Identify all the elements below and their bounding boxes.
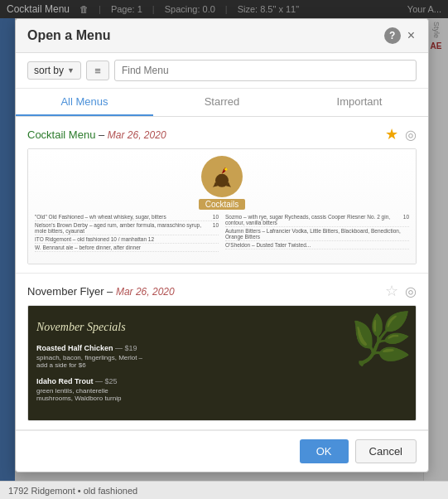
- menu-lines: "Old" Old Fashioned – wh wheat whiskey, …: [35, 213, 409, 252]
- menu-list: Cocktail Menu – Mar 26, 2020 ★ ◎: [16, 117, 428, 430]
- search-input[interactable]: [114, 60, 417, 81]
- list-item: November Flyer – Mar 26, 2020 ☆ ◎ Novemb…: [16, 274, 428, 430]
- menu-line: Autumn Bitters – Lafrancier Vodka, Littl…: [225, 227, 409, 241]
- menu-line: W. Bennarut ale – before dinner, after d…: [35, 244, 219, 252]
- menu-item-actions: ☆ ◎: [385, 282, 417, 300]
- november-item-desc: green lentils, chanterellemushrooms, Wal…: [36, 387, 407, 402]
- tabs-row: All Menus Starred Important: [16, 89, 428, 117]
- chevron-down-icon: ▼: [67, 66, 75, 75]
- menu-item-header: Cocktail Menu – Mar 26, 2020 ★ ◎: [27, 125, 417, 143]
- tab-important[interactable]: Important: [291, 89, 428, 116]
- november-preview-card: November Specials Roasted Half Chicken —…: [27, 305, 417, 421]
- menu-line: O'Sheldon – Dusted Tater Twisted...: [225, 241, 409, 250]
- menu-line: "Old" Old Fashioned – wh wheat whiskey, …: [35, 213, 219, 221]
- list-item: Cocktail Menu – Mar 26, 2020 ★ ◎: [16, 117, 428, 274]
- menu-line: Nelson's Brown Derby – aged rum, amber f…: [35, 221, 219, 235]
- status-text: 1792 Ridgemont • old fashioned: [8, 486, 137, 496]
- sort-label: sort by: [34, 65, 64, 76]
- menu-date: Mar 26, 2020: [116, 286, 175, 298]
- november-preview: November Specials Roasted Half Chicken —…: [28, 306, 416, 420]
- menu-date: Mar 26, 2020: [108, 129, 166, 141]
- menu-col-left: "Old" Old Fashioned – wh wheat whiskey, …: [35, 213, 219, 252]
- dialog-title: Open a Menu: [27, 28, 110, 43]
- open-menu-dialog: Open a Menu ? × sort by ▼ ≡ All Menus St…: [15, 18, 429, 472]
- menu-line: Sozmo – with rye, sugar Rycheads, cassis…: [225, 213, 409, 227]
- menu-item-actions: ★ ◎: [385, 125, 417, 143]
- sort-button[interactable]: sort by ▼: [27, 61, 81, 80]
- cocktail-preview-card: Cocktails "Old" Old Fashioned – wh wheat…: [27, 148, 417, 264]
- menu-item-title: November Flyer – Mar 26, 2020: [27, 285, 175, 298]
- target-icon[interactable]: ◎: [405, 127, 417, 143]
- star-icon[interactable]: ★: [385, 125, 398, 143]
- cocktail-badge: Cocktails: [199, 199, 246, 210]
- help-button[interactable]: ?: [384, 27, 401, 44]
- target-icon[interactable]: ◎: [405, 283, 417, 299]
- dialog-header: Open a Menu ? ×: [16, 19, 428, 53]
- status-bar: 1792 Ridgemont • old fashioned: [0, 481, 448, 499]
- cocktail-logo: [201, 156, 243, 197]
- star-empty-icon[interactable]: ☆: [385, 282, 398, 300]
- menu-line: ITO Ridgemont – old fashioned 10 / manha…: [35, 235, 219, 244]
- menu-item-header: November Flyer – Mar 26, 2020 ☆ ◎: [27, 282, 417, 300]
- ok-button[interactable]: OK: [300, 439, 349, 463]
- cancel-button[interactable]: Cancel: [355, 439, 417, 463]
- cocktail-preview: Cocktails "Old" Old Fashioned – wh wheat…: [35, 156, 409, 252]
- dialog-header-actions: ? ×: [384, 27, 417, 44]
- toolbar-row: sort by ▼ ≡: [16, 53, 428, 89]
- close-button[interactable]: ×: [406, 29, 417, 42]
- menu-separator: –: [99, 128, 108, 141]
- cocktail-preview-inner: Cocktails "Old" Old Fashioned – wh wheat…: [28, 149, 416, 264]
- menu-separator: –: [107, 285, 116, 298]
- tab-starred[interactable]: Starred: [153, 89, 291, 116]
- november-item-name: Idaho Red Trout — $25: [36, 372, 407, 387]
- menu-item-title: Cocktail Menu – Mar 26, 2020: [27, 128, 166, 141]
- list-view-button[interactable]: ≡: [86, 61, 109, 80]
- november-item: Idaho Red Trout — $25 green lentils, cha…: [36, 372, 407, 402]
- menu-name: Cocktail Menu: [27, 128, 95, 141]
- menu-name: November Flyer: [27, 285, 104, 298]
- del-ray-logo-icon: [209, 163, 235, 190]
- svg-point-1: [224, 168, 227, 171]
- menu-col-right: Sozmo – with rye, sugar Rycheads, cassis…: [225, 213, 409, 252]
- tab-all-menus[interactable]: All Menus: [16, 89, 153, 116]
- modal-overlay: Open a Menu ? × sort by ▼ ≡ All Menus St…: [0, 0, 448, 499]
- dialog-footer: OK Cancel: [16, 430, 428, 472]
